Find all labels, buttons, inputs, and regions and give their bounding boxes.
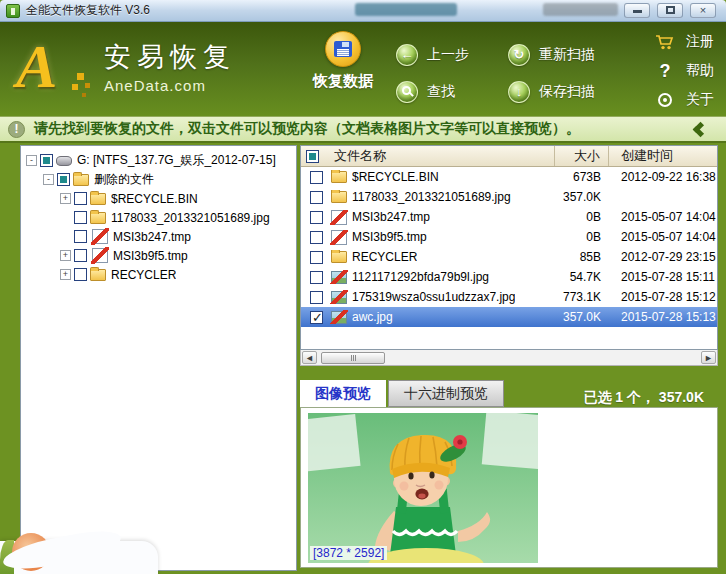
file-size: 54.7K [555, 270, 609, 284]
tree-item-label: RECYCLER [111, 268, 176, 282]
chevron-left-icon [693, 121, 709, 137]
tree-item[interactable]: -删除的文件 [23, 170, 294, 189]
file-name: awc.jpg [352, 310, 393, 324]
file-rows: $RECYCLE.BIN673B2012-09-22 16:381178033_… [301, 167, 717, 327]
tree-checkbox[interactable] [74, 249, 87, 262]
maximize-button[interactable] [657, 3, 683, 18]
file-del-icon [331, 230, 347, 245]
cart-icon [655, 34, 675, 50]
file-del-icon [92, 248, 108, 263]
file-checkbox[interactable] [310, 231, 323, 244]
tree-checkbox[interactable] [40, 154, 53, 167]
help-button[interactable]: ? 帮助 [655, 59, 714, 83]
scroll-right-arrow[interactable]: ► [701, 351, 716, 364]
file-row[interactable]: $RECYCLE.BIN673B2012-09-22 16:38 [301, 167, 717, 187]
tree-item-label: $RECYCLE.BIN [111, 192, 198, 206]
folder-icon [90, 193, 106, 205]
file-name-cell: MSI3b9f5.tmp [301, 230, 555, 245]
tree-item[interactable]: +RECYCLER [23, 265, 294, 284]
selection-summary: 已选 1 个， 357.0K [583, 389, 718, 407]
file-row[interactable]: MSI3b9f5.tmp0B2015-05-07 14:04 [301, 227, 717, 247]
collapse-icon[interactable]: - [26, 155, 37, 166]
close-button[interactable]: × [690, 3, 716, 18]
tree-item[interactable]: +$RECYCLE.BIN [23, 189, 294, 208]
previous-step-button[interactable]: ← 上一步 [396, 36, 508, 73]
tab-image-preview[interactable]: 图像预览 [300, 380, 386, 407]
save-icon: ↓ [508, 81, 530, 103]
image-preview-pane: [3872 * 2592] [300, 407, 718, 568]
file-row[interactable]: awc.jpg357.0K2015-07-28 15:13 [301, 307, 717, 327]
header: A 安易恢复 AneData.com 恢复数据 ← 上一步 ↻ 重新扫描 [0, 22, 726, 116]
folder-tree: -G: [NTFS_137.7G_娱乐_2012-07-15]-删除的文件+$R… [20, 145, 297, 571]
find-button[interactable]: 查找 [396, 73, 508, 110]
titlebar-glass-reflection [543, 3, 618, 16]
expand-icon[interactable]: + [60, 250, 71, 261]
minimize-button[interactable] [624, 3, 650, 18]
register-button[interactable]: 注册 [655, 30, 714, 54]
tree-item[interactable]: +MSI3b9f5.tmp [23, 246, 294, 265]
column-header-size[interactable]: 大小 [555, 146, 609, 166]
file-time: 2015-07-28 15:13 [609, 310, 717, 324]
save-disk-icon [325, 31, 361, 67]
search-icon [396, 81, 418, 103]
refresh-icon: ↻ [508, 44, 530, 66]
file-size: 85B [555, 250, 609, 264]
logo-name: 安易恢复 [104, 39, 236, 75]
column-header-name[interactable]: 文件名称 [334, 147, 386, 165]
tree-checkbox[interactable] [74, 230, 87, 243]
column-header-time[interactable]: 创建时间 [609, 147, 717, 165]
preview-image-baby[interactable] [308, 413, 538, 563]
folder-icon [331, 191, 347, 203]
image-del-icon [331, 311, 347, 324]
file-checkbox[interactable] [310, 291, 323, 304]
tree-item-label: G: [NTFS_137.7G_娱乐_2012-07-15] [77, 152, 276, 169]
file-name: 1178033_2013321051689.jpg [352, 190, 511, 204]
tab-hex-preview[interactable]: 十六进制预览 [388, 380, 504, 407]
folder-icon [90, 269, 106, 281]
save-scan-button[interactable]: ↓ 保存扫描 [508, 73, 658, 110]
scroll-left-arrow[interactable]: ◄ [302, 351, 317, 364]
file-row[interactable]: 1121171292bfda79b9l.jpg54.7K2015-07-28 1… [301, 267, 717, 287]
titlebar: 全能文件恢复软件 V3.6 × [0, 0, 726, 22]
file-size: 0B [555, 210, 609, 224]
expand-icon[interactable]: + [60, 269, 71, 280]
about-button[interactable]: 关于 [655, 88, 714, 112]
collapse-icon[interactable]: - [43, 174, 54, 185]
tree-item[interactable]: 1178033_2013321051689.jpg [23, 208, 294, 227]
file-size: 673B [555, 170, 609, 184]
file-checkbox[interactable] [310, 171, 323, 184]
file-row[interactable]: RECYCLER85B2012-07-29 23:15 [301, 247, 717, 267]
scrollbar-thumb[interactable] [321, 352, 385, 364]
file-checkbox[interactable] [310, 251, 323, 264]
file-time: 2012-07-29 23:15 [609, 250, 717, 264]
tree-checkbox[interactable] [74, 268, 87, 281]
tree-item-label: MSI3b9f5.tmp [113, 249, 188, 263]
file-row[interactable]: 175319wsza0ssu1udzzax7.jpg773.1K2015-07-… [301, 287, 717, 307]
file-row[interactable]: 1178033_2013321051689.jpg357.0K [301, 187, 717, 207]
horizontal-scrollbar[interactable]: ◄ ► [300, 350, 718, 366]
file-list-header: 文件名称 大小 创建时间 [301, 146, 717, 167]
rescan-button[interactable]: ↻ 重新扫描 [508, 36, 658, 73]
tree-checkbox[interactable] [74, 211, 87, 224]
background-window-fragment [0, 541, 158, 574]
header-menu: 注册 ? 帮助 关于 [655, 30, 714, 112]
file-checkbox[interactable] [310, 271, 323, 284]
window-title: 全能文件恢复软件 V3.6 [26, 2, 150, 19]
tree-item[interactable]: -G: [NTFS_137.7G_娱乐_2012-07-15] [23, 151, 294, 170]
recover-data-button[interactable]: 恢复数据 [306, 31, 380, 91]
file-checkbox[interactable] [310, 191, 323, 204]
select-all-checkbox[interactable] [306, 150, 319, 163]
tree-item[interactable]: MSI3b247.tmp [23, 227, 294, 246]
file-checkbox[interactable] [310, 311, 323, 324]
preview-tabs: 图像预览 十六进制预览 已选 1 个， 357.0K [300, 380, 718, 407]
file-list: 文件名称 大小 创建时间 $RECYCLE.BIN673B2012-09-22 … [300, 145, 718, 350]
tree-checkbox[interactable] [57, 173, 70, 186]
tree-checkbox[interactable] [74, 192, 87, 205]
file-size: 0B [555, 230, 609, 244]
file-checkbox[interactable] [310, 211, 323, 224]
file-size: 773.1K [555, 290, 609, 304]
folder-open-icon [73, 174, 89, 186]
file-row[interactable]: MSI3b247.tmp0B2015-05-07 14:04 [301, 207, 717, 227]
expand-icon[interactable]: + [60, 193, 71, 204]
file-name: 1121171292bfda79b9l.jpg [352, 270, 489, 284]
